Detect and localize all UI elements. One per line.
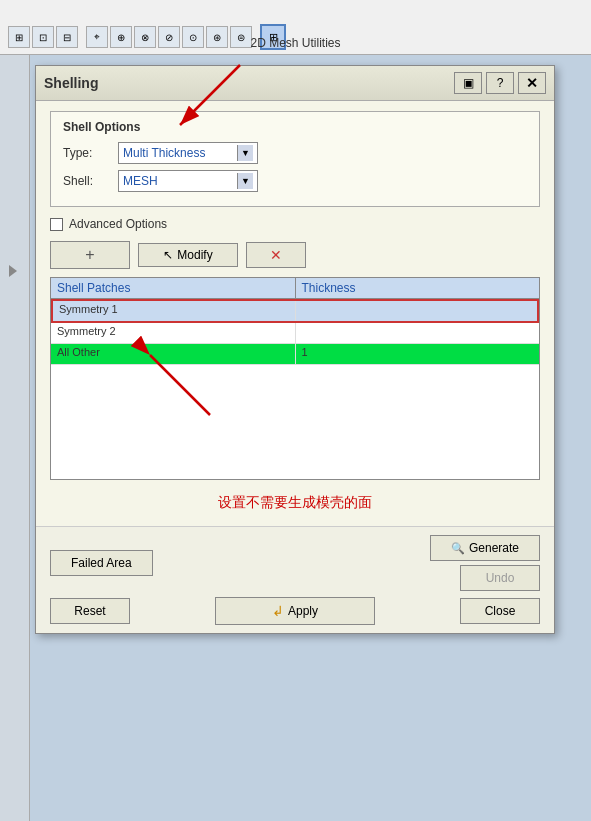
toolbar-btn-10[interactable]: ⊜ bbox=[230, 26, 252, 48]
right-buttons: 🔍 Generate Undo bbox=[430, 535, 540, 591]
type-label: Type: bbox=[63, 146, 118, 160]
close-title-button[interactable]: ✕ bbox=[518, 72, 546, 94]
action-buttons-row: + ↖ Modify ✕ bbox=[50, 241, 540, 269]
failed-area-button[interactable]: Failed Area bbox=[50, 550, 153, 576]
toolbar-label: 2D Mesh Utilities bbox=[250, 36, 340, 50]
modify-icon: ↖ bbox=[163, 248, 173, 262]
table-row[interactable]: Symmetry 1 bbox=[51, 299, 539, 323]
bottom-row1: Failed Area 🔍 Generate Undo bbox=[50, 535, 540, 591]
type-select-arrow[interactable]: ▼ bbox=[237, 145, 253, 161]
toolbar-btn-7[interactable]: ⊘ bbox=[158, 26, 180, 48]
type-field-row: Type: Multi Thickness ▼ bbox=[63, 142, 527, 164]
dialog: Shelling ▣ ? ✕ Shell Options Type: Multi… bbox=[35, 65, 555, 634]
annotation-text: 设置不需要生成模壳的面 bbox=[50, 490, 540, 516]
table-cell-patch: All Other bbox=[51, 344, 296, 364]
generate-label: Generate bbox=[469, 541, 519, 555]
toolbar-btn-2[interactable]: ⊡ bbox=[32, 26, 54, 48]
search-icon: 🔍 bbox=[451, 542, 465, 555]
toolbar-icons: ⊞ ⊡ ⊟ ⌖ ⊕ ⊗ ⊘ ⊙ ⊛ ⊜ ⊞ bbox=[8, 24, 286, 50]
screenshot-button[interactable]: ▣ bbox=[454, 72, 482, 94]
bottom-section: Failed Area 🔍 Generate Undo Reset ↲ Appl… bbox=[36, 526, 554, 633]
delete-button[interactable]: ✕ bbox=[246, 242, 306, 268]
shell-options-title: Shell Options bbox=[63, 120, 527, 134]
delete-icon: ✕ bbox=[270, 247, 282, 263]
table-cell-patch: Symmetry 1 bbox=[53, 301, 296, 321]
table-cell-thickness: 1 bbox=[296, 344, 540, 364]
toolbar: ⊞ ⊡ ⊟ ⌖ ⊕ ⊗ ⊘ ⊙ ⊛ ⊜ ⊞ 2D Mesh Utilities bbox=[0, 0, 591, 55]
shell-patches-table: Shell Patches Thickness Symmetry 1 Symme… bbox=[50, 277, 540, 480]
type-select[interactable]: Multi Thickness ▼ bbox=[118, 142, 258, 164]
toolbar-btn-1[interactable]: ⊞ bbox=[8, 26, 30, 48]
apply-button[interactable]: ↲ Apply bbox=[215, 597, 375, 625]
type-value: Multi Thickness bbox=[123, 146, 237, 160]
shell-select[interactable]: MESH ▼ bbox=[118, 170, 258, 192]
dialog-content: Shell Options Type: Multi Thickness ▼ Sh… bbox=[36, 101, 554, 526]
col-shell-patches: Shell Patches bbox=[51, 278, 296, 298]
advanced-options-row: Advanced Options bbox=[50, 217, 540, 231]
col-thickness: Thickness bbox=[296, 278, 540, 298]
toolbar-btn-6[interactable]: ⊗ bbox=[134, 26, 156, 48]
dialog-title-buttons: ▣ ? ✕ bbox=[454, 72, 546, 94]
shell-field-row: Shell: MESH ▼ bbox=[63, 170, 527, 192]
table-row[interactable]: Symmetry 2 bbox=[51, 323, 539, 344]
apply-label: Apply bbox=[288, 604, 318, 618]
modify-label: Modify bbox=[177, 248, 212, 262]
modify-button[interactable]: ↖ Modify bbox=[138, 243, 238, 267]
table-body: Symmetry 1 Symmetry 2 All Other 1 bbox=[51, 299, 539, 479]
table-row[interactable]: All Other 1 bbox=[51, 344, 539, 365]
apply-icon: ↲ bbox=[272, 603, 284, 619]
shell-select-arrow[interactable]: ▼ bbox=[237, 173, 253, 189]
bottom-row2: Reset ↲ Apply Close bbox=[50, 597, 540, 625]
left-panel-arrow bbox=[9, 265, 21, 277]
table-header: Shell Patches Thickness bbox=[51, 278, 539, 299]
table-cell-thickness bbox=[296, 323, 540, 343]
toolbar-btn-5[interactable]: ⊕ bbox=[110, 26, 132, 48]
table-cell-patch: Symmetry 2 bbox=[51, 323, 296, 343]
undo-button[interactable]: Undo bbox=[460, 565, 540, 591]
advanced-label: Advanced Options bbox=[69, 217, 167, 231]
add-button[interactable]: + bbox=[50, 241, 130, 269]
shell-label: Shell: bbox=[63, 174, 118, 188]
dialog-title: Shelling bbox=[44, 75, 98, 91]
left-panel bbox=[0, 55, 30, 821]
toolbar-btn-8[interactable]: ⊙ bbox=[182, 26, 204, 48]
shell-value: MESH bbox=[123, 174, 237, 188]
table-empty-space bbox=[51, 365, 539, 445]
generate-button[interactable]: 🔍 Generate bbox=[430, 535, 540, 561]
shell-options-group: Shell Options Type: Multi Thickness ▼ Sh… bbox=[50, 111, 540, 207]
toolbar-btn-3[interactable]: ⊟ bbox=[56, 26, 78, 48]
table-cell-thickness bbox=[296, 301, 538, 321]
dialog-titlebar: Shelling ▣ ? ✕ bbox=[36, 66, 554, 101]
dialog-close-button[interactable]: Close bbox=[460, 598, 540, 624]
advanced-checkbox[interactable] bbox=[50, 218, 63, 231]
toolbar-btn-4[interactable]: ⌖ bbox=[86, 26, 108, 48]
reset-button[interactable]: Reset bbox=[50, 598, 130, 624]
help-button[interactable]: ? bbox=[486, 72, 514, 94]
toolbar-btn-9[interactable]: ⊛ bbox=[206, 26, 228, 48]
